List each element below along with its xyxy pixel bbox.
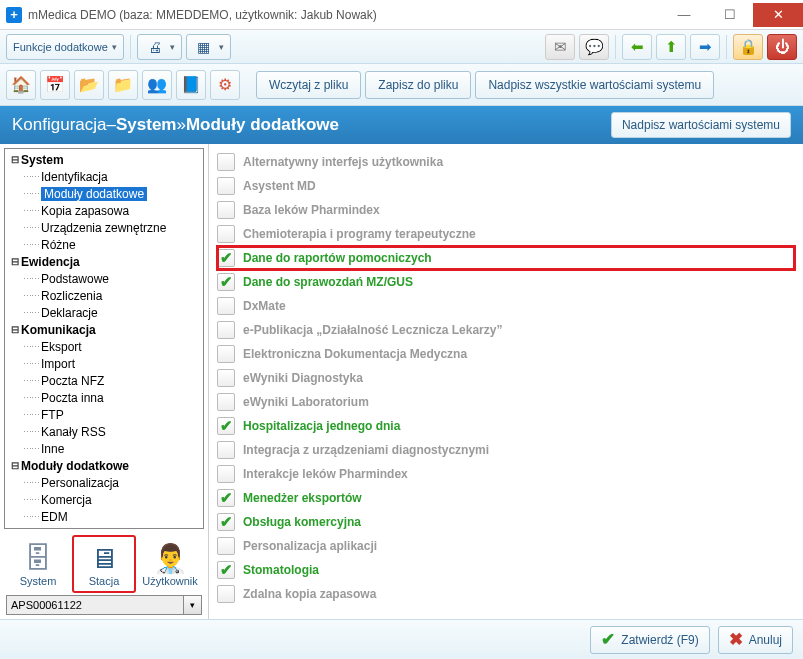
tree-node[interactable]: ⊟ Komunikacja [5,321,203,338]
crumb-moduly: Moduły dodatkowe [186,115,339,135]
nav-forward-button[interactable]: ➡ [690,34,720,60]
folder-open-button[interactable]: 📂 [74,70,104,100]
tree-node[interactable]: ⋯⋯Eksport [5,338,203,355]
module-checkbox[interactable]: ✔ [217,513,235,531]
tree-node[interactable]: ⋯⋯Deklaracje [5,304,203,321]
arrow-up-icon: ⬆ [665,38,678,56]
home-button[interactable]: 🏠 [6,70,36,100]
tree-toggle-icon[interactable]: ⊟ [9,324,21,335]
divider [615,35,616,59]
tree-node[interactable]: ⋯⋯Personalizacja [5,474,203,491]
anuluj-button[interactable]: ✖ Anuluj [718,626,793,654]
footer: ✔ Zatwierdź (F9) ✖ Anuluj [0,619,803,659]
tree-node[interactable]: ⋯⋯Import [5,355,203,372]
tree-node-label: Identyfikacja [41,170,108,184]
calendar-button[interactable]: 📅 [40,70,70,100]
module-label: Menedżer eksportów [243,491,362,505]
station-dropdown-button[interactable]: ▾ [184,595,202,615]
minimize-button[interactable]: — [661,3,707,27]
module-checkbox[interactable] [217,537,235,555]
lock-button[interactable]: 🔒 [733,34,763,60]
nav-up-button[interactable]: ⬆ [656,34,686,60]
module-checkbox[interactable] [217,225,235,243]
module-option-row: Personalizacja aplikacji [217,534,795,558]
module-checkbox[interactable] [217,465,235,483]
tree-node[interactable]: ⊟ Ewidencja [5,253,203,270]
module-checkbox[interactable]: ✔ [217,417,235,435]
close-button[interactable]: ✕ [753,3,803,27]
zatwierdz-button[interactable]: ✔ Zatwierdź (F9) [590,626,709,654]
chevron-down-icon: ▾ [170,42,175,52]
nadpisz-wszystkie-button[interactable]: Nadpisz wszystkie wartościami systemu [475,71,714,99]
toolbar-top: Funkcje dodatkowe ▾ 🖨▾ ▦▾ ✉ 💬 ⬅ ⬆ ➡ 🔒 ⏻ [0,30,803,64]
app-icon: + [6,7,22,23]
tree-toggle-icon[interactable]: ⊟ [9,460,21,471]
module-checkbox[interactable] [217,201,235,219]
module-checkbox[interactable] [217,297,235,315]
tree-node[interactable]: ⋯⋯Rozliczenia [5,287,203,304]
tree-node[interactable]: ⋯⋯Kanały RSS [5,423,203,440]
station-input[interactable] [6,595,184,615]
funkcje-dodatkowe-button[interactable]: Funkcje dodatkowe ▾ [6,34,124,60]
tree-node[interactable]: ⋯⋯Identyfikacja [5,168,203,185]
scope-uzytkownik-button[interactable]: 👨‍⚕️ Użytkownik [138,535,202,593]
book-button[interactable]: 📘 [176,70,206,100]
module-checkbox[interactable]: ✔ [217,249,235,267]
module-checkbox[interactable] [217,393,235,411]
tree-node[interactable]: ⊟ System [5,151,203,168]
printer-icon: 🖨 [144,36,166,58]
mail-button[interactable]: ✉ [545,34,575,60]
zapisz-do-pliku-button[interactable]: Zapisz do pliku [365,71,471,99]
tree-node[interactable]: ⋯⋯Podstawowe [5,270,203,287]
module-checkbox[interactable] [217,369,235,387]
tree-node[interactable]: ⋯⋯Różne [5,236,203,253]
module-option-row: ✔Dane do sprawozdań MZ/GUS [217,270,795,294]
module-checkbox[interactable] [217,321,235,339]
settings-button[interactable]: ⚙ [210,70,240,100]
tree-toggle-icon[interactable]: ⊟ [9,256,21,267]
tree-toggle-icon[interactable]: ⊟ [9,154,21,165]
module-checkbox[interactable] [217,345,235,363]
tree-node[interactable]: ⋯⋯Urządzenia zewnętrzne [5,219,203,236]
config-tree[interactable]: ⊟ System⋯⋯Identyfikacja⋯⋯Moduły dodatkow… [4,148,204,529]
tree-node[interactable]: ⋯⋯Poczta inna [5,389,203,406]
tree-node[interactable]: ⊟ Moduły dodatkowe [5,457,203,474]
tree-node[interactable]: ⋯⋯Komercja [5,491,203,508]
wczytaj-z-pliku-button[interactable]: Wczytaj z pliku [256,71,361,99]
tree-node[interactable]: ⋯⋯FTP [5,406,203,423]
module-checkbox[interactable]: ✔ [217,561,235,579]
tree-node-label: Moduły dodatkowe [21,459,129,473]
user-icon: 👨‍⚕️ [153,542,188,575]
module-checkbox[interactable] [217,585,235,603]
tree-node[interactable]: ⋯⋯Poczta NFZ [5,372,203,389]
nav-back-button[interactable]: ⬅ [622,34,652,60]
scope-system-button[interactable]: 🗄 System [6,535,70,593]
tree-node[interactable]: ⋯⋯Moduły dodatkowe [5,185,203,202]
module-label: Stomatologia [243,563,319,577]
module-label: Dane do raportów pomocniczych [243,251,432,265]
module-label: Integracja z urządzeniami diagnostycznym… [243,443,489,457]
tree-node[interactable]: ⋯⋯Kopia zapasowa [5,202,203,219]
module-label: Personalizacja aplikacji [243,539,377,553]
module-checkbox[interactable] [217,441,235,459]
module-option-row: DxMate [217,294,795,318]
layout-split-button[interactable]: ▦▾ [186,34,231,60]
users-button[interactable]: 👥 [142,70,172,100]
tree-node[interactable]: ⋯⋯Inne [5,440,203,457]
chevron-down-icon: ▾ [112,42,117,52]
module-checkbox[interactable]: ✔ [217,489,235,507]
module-checkbox[interactable] [217,177,235,195]
maximize-button[interactable]: ☐ [707,3,753,27]
scope-stacja-button[interactable]: 🖥 Stacja [72,535,136,593]
nadpisz-wartosciami-systemu-button[interactable]: Nadpisz wartościami systemu [611,112,791,138]
power-button[interactable]: ⏻ [767,34,797,60]
module-checkbox[interactable]: ✔ [217,273,235,291]
print-split-button[interactable]: 🖨▾ [137,34,182,60]
tree-node-label: Moduły dodatkowe [41,187,147,201]
calendar-icon: 📅 [45,75,65,94]
sms-button[interactable]: 💬 [579,34,609,60]
module-checkbox[interactable] [217,153,235,171]
check-icon: ✔ [601,629,615,650]
tree-node[interactable]: ⋯⋯EDM [5,508,203,525]
folder-button[interactable]: 📁 [108,70,138,100]
